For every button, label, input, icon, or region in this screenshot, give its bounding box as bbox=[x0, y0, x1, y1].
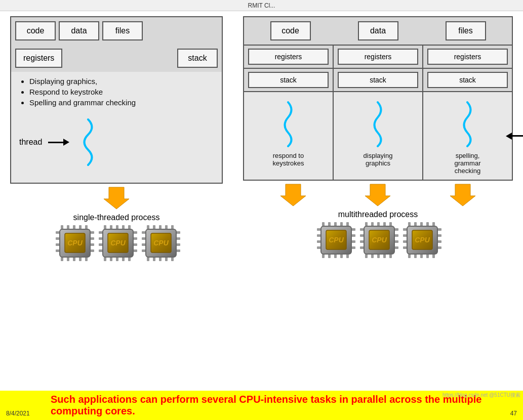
svg-rect-8 bbox=[73, 257, 75, 261]
svg-rect-5 bbox=[85, 225, 88, 229]
svg-rect-14 bbox=[56, 249, 60, 252]
svg-rect-78 bbox=[317, 234, 321, 237]
svg-rect-18 bbox=[90, 249, 94, 252]
svg-rect-11 bbox=[56, 231, 60, 234]
svg-rect-102 bbox=[394, 228, 398, 231]
svg-rect-60 bbox=[176, 249, 180, 252]
svg-rect-15 bbox=[90, 231, 94, 234]
svg-rect-114 bbox=[408, 254, 411, 258]
svg-rect-84 bbox=[351, 246, 355, 249]
right-down-arrow-1 bbox=[280, 182, 306, 207]
svg-rect-117 bbox=[426, 254, 429, 258]
svg-rect-33 bbox=[99, 237, 103, 240]
svg-rect-76 bbox=[346, 254, 349, 258]
left-thread-area: Displaying graphics, Respond to keystrok… bbox=[11, 72, 222, 183]
right-col-label-2: displayinggraphics bbox=[364, 152, 393, 167]
svg-rect-39 bbox=[133, 249, 137, 252]
left-shared-resources: code data files bbox=[11, 17, 222, 45]
svg-rect-125 bbox=[437, 240, 441, 243]
svg-rect-68 bbox=[328, 222, 331, 226]
svg-rect-112 bbox=[426, 222, 429, 226]
cpu-svg-6: CPU bbox=[402, 221, 442, 259]
svg-rect-82 bbox=[351, 234, 355, 237]
bullet-3: Spelling and grammar checking bbox=[29, 98, 214, 107]
right-reg-cell-3: registers bbox=[427, 49, 508, 65]
svg-rect-34 bbox=[99, 243, 103, 246]
svg-rect-74 bbox=[334, 254, 337, 258]
svg-rect-71 bbox=[346, 222, 349, 226]
svg-rect-75 bbox=[340, 254, 343, 258]
right-wave-2 bbox=[367, 100, 389, 148]
right-panel: code data files registers registers regi… bbox=[243, 16, 513, 257]
svg-rect-123 bbox=[437, 228, 441, 231]
left-down-arrow bbox=[104, 185, 129, 210]
right-stack-cell-3: stack bbox=[427, 72, 508, 88]
svg-rect-7 bbox=[67, 257, 69, 261]
right-down-arrow-2 bbox=[365, 182, 390, 207]
svg-marker-0 bbox=[104, 187, 129, 209]
right-col-label-1: respond tokeystrokes bbox=[272, 152, 304, 167]
right-reg-col-3: registers bbox=[423, 46, 512, 68]
watermark: https://blog.csdn.net @51CTU搜索 bbox=[442, 392, 520, 399]
right-registers-row: registers registers registers bbox=[244, 45, 512, 68]
right-stack-col-1: stack bbox=[244, 69, 334, 91]
left-arrow-container bbox=[10, 185, 223, 210]
right-stacks-row: stack stack stack bbox=[244, 68, 512, 91]
svg-rect-44 bbox=[153, 225, 155, 229]
svg-rect-51 bbox=[165, 257, 168, 261]
right-stack-cell-1: stack bbox=[248, 72, 329, 88]
svg-rect-49 bbox=[153, 257, 155, 261]
right-files-cell: files bbox=[446, 21, 486, 40]
right-reg-cell-1: registers bbox=[248, 49, 329, 65]
svg-rect-81 bbox=[351, 228, 355, 231]
svg-marker-66 bbox=[450, 184, 475, 206]
left-wave-svg bbox=[75, 117, 101, 167]
right-shared-row: code data files bbox=[244, 17, 512, 45]
left-bullet-list: Displaying graphics, Respond to keystrok… bbox=[19, 77, 214, 107]
svg-rect-93 bbox=[365, 254, 368, 258]
svg-rect-124 bbox=[437, 234, 441, 237]
svg-marker-64 bbox=[280, 184, 306, 206]
left-thread-label: thread bbox=[19, 138, 42, 147]
svg-rect-70 bbox=[340, 222, 343, 226]
svg-rect-46 bbox=[165, 225, 168, 229]
svg-rect-109 bbox=[408, 222, 411, 226]
svg-rect-91 bbox=[383, 222, 386, 226]
svg-rect-6 bbox=[61, 257, 63, 261]
left-arrow-icon bbox=[506, 133, 523, 140]
svg-rect-126 bbox=[437, 246, 441, 249]
cpu-chip-1: CPU bbox=[55, 224, 93, 260]
svg-rect-105 bbox=[394, 246, 398, 249]
svg-rect-55 bbox=[142, 243, 146, 246]
left-stack-cell: stack bbox=[177, 49, 218, 68]
svg-rect-121 bbox=[403, 240, 407, 243]
bullet-1: Displaying graphics, bbox=[29, 77, 214, 86]
svg-rect-37 bbox=[133, 237, 137, 240]
svg-rect-88 bbox=[365, 222, 368, 226]
svg-rect-4 bbox=[79, 225, 82, 229]
svg-rect-116 bbox=[420, 254, 423, 258]
svg-rect-92 bbox=[389, 222, 392, 226]
svg-rect-45 bbox=[159, 225, 162, 229]
cpu-svg-2: CPU bbox=[98, 224, 138, 262]
cpu-chip-5: CPU bbox=[359, 221, 397, 257]
top-bar: RMIT Cl... bbox=[0, 0, 523, 11]
svg-rect-98 bbox=[360, 228, 364, 231]
svg-text:CPU: CPU bbox=[415, 236, 430, 244]
left-code-cell: code bbox=[15, 21, 56, 40]
svg-rect-28 bbox=[110, 257, 112, 261]
left-cpu-row: CPU bbox=[10, 224, 223, 260]
svg-text:CPU: CPU bbox=[67, 239, 83, 247]
right-cpu-row: CPU bbox=[243, 221, 513, 257]
right-thread-col-2: displayinggraphics bbox=[334, 92, 423, 180]
svg-rect-101 bbox=[360, 246, 364, 249]
svg-rect-17 bbox=[90, 243, 94, 246]
svg-rect-24 bbox=[116, 225, 118, 229]
right-thread-label-area: thread bbox=[506, 132, 523, 141]
svg-rect-3 bbox=[73, 225, 75, 229]
svg-rect-47 bbox=[171, 225, 174, 229]
right-process-label: multithreaded process bbox=[338, 210, 418, 219]
svg-rect-72 bbox=[322, 254, 325, 258]
svg-rect-103 bbox=[394, 234, 398, 237]
slide-number: 47 bbox=[510, 410, 517, 417]
